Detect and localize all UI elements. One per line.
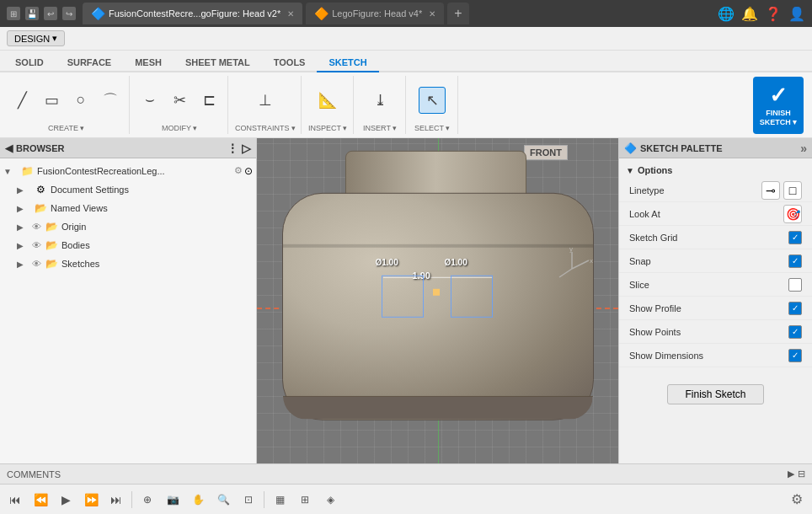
settings-gear-btn[interactable]: ⚙ <box>785 488 809 511</box>
skip-forward-btn[interactable]: ⏭ <box>104 488 128 511</box>
show-points-checkbox[interactable]: ✓ <box>788 325 802 339</box>
sketches-eye-icon[interactable]: 👁 <box>32 259 41 269</box>
tab-solid[interactable]: SOLID <box>3 54 56 72</box>
ribbon-group-create: ╱ ▭ ○ ⌒ CREATE ▾ <box>3 76 130 134</box>
slice-row: Slice ✓ <box>619 273 812 297</box>
linetype-btn-2[interactable]: □ <box>783 181 802 200</box>
circle-tool-btn[interactable]: ○ <box>67 87 94 114</box>
select-tool-btn[interactable]: ↖ <box>419 87 446 114</box>
browser-sidebar: ◀ BROWSER ⋮ ▷ ▼ 📁 FusionContestRecreatio… <box>0 138 257 463</box>
tree-item-root[interactable]: ▼ 📁 FusionContestRecreationLeg... ⚙ ⊙ <box>0 162 256 180</box>
redo-icon[interactable]: ↪ <box>62 7 76 20</box>
line-tool-btn[interactable]: ╱ <box>8 87 35 114</box>
fillet-tool-btn[interactable]: ⌣ <box>136 87 163 114</box>
sketches-folder-icon: 📂 <box>43 257 60 270</box>
ribbon-group-inspect: 📐 INSPECT ▾ <box>303 76 354 134</box>
tab-inactive-document[interactable]: 🔶 LegoFigure: Head v4* ✕ <box>306 3 444 24</box>
browser-options-icon[interactable]: ⋮ <box>227 142 238 155</box>
options-section: ▼ Options Linetype ⊸ □ Look At <box>619 158 812 371</box>
bell-icon[interactable]: 🔔 <box>741 6 758 22</box>
root-settings-icon[interactable]: ⚙ <box>234 165 243 177</box>
display-settings-btn[interactable]: ▦ <box>268 488 291 511</box>
play-btn[interactable]: ▶ <box>54 488 77 511</box>
fit-btn[interactable]: ⊡ <box>237 488 260 511</box>
origin-folder-icon: 📂 <box>43 220 60 233</box>
camera-btn[interactable]: 📷 <box>161 488 184 511</box>
root-label: FusionContestRecreationLeg... <box>37 166 165 176</box>
finish-sketch-button[interactable]: Finish Sketch <box>667 384 763 404</box>
bodies-label: Bodies <box>61 240 90 250</box>
tab-close-inactive[interactable]: ✕ <box>429 9 435 19</box>
bottom-toolbar: ⏮ ⏪ ▶ ⏩ ⏭ ⊕ 📷 ✋ 🔍 ⊡ ▦ ⊞ ◈ ⚙ <box>0 484 812 514</box>
3d-viewport[interactable]: FRONT <box>257 138 618 463</box>
offset-tool-btn[interactable]: ⊏ <box>195 87 222 114</box>
help-icon[interactable]: ❓ <box>765 6 782 22</box>
tab-active-document[interactable]: 🔷 FusionContestRecre...goFigure: Head v2… <box>83 3 302 24</box>
finish-sketch-ribbon-btn[interactable]: ✓ FINISHSKETCH ▾ <box>753 77 804 134</box>
pan-btn[interactable]: ✋ <box>186 488 210 511</box>
tab-close-active[interactable]: ✕ <box>287 9 294 19</box>
step-forward-btn[interactable]: ⏩ <box>79 488 103 511</box>
origin-arrow: ▶ <box>17 222 30 232</box>
tab-tools[interactable]: TOOLS <box>262 54 318 72</box>
look-at-btn[interactable]: 🎯 <box>783 205 802 223</box>
tab-surface[interactable]: SURFACE <box>56 54 124 72</box>
tab-new[interactable]: + <box>447 3 468 24</box>
measure-tool-btn[interactable]: 📐 <box>314 87 341 114</box>
user-icon[interactable]: 👤 <box>788 6 805 22</box>
snap-checkbox[interactable]: ✓ <box>788 254 802 268</box>
save-icon[interactable]: 💾 <box>25 7 39 20</box>
panel-expand-icon[interactable]: » <box>800 142 807 155</box>
undo-icon[interactable]: ↩ <box>44 7 57 20</box>
snap-btn[interactable]: ⊕ <box>136 488 159 511</box>
root-options-icon[interactable]: ⊙ <box>244 165 253 177</box>
step-back-btn[interactable]: ⏪ <box>29 488 52 511</box>
design-bar: DESIGN ▾ <box>0 27 812 51</box>
tree-item-origin[interactable]: ▶ 👁 📂 Origin <box>0 217 256 236</box>
create-group-label: CREATE ▾ <box>48 124 84 132</box>
tab-sheet-metal[interactable]: SHEET METAL <box>174 54 262 72</box>
grid-icon[interactable]: ⊞ <box>7 7 20 20</box>
browser-title: BROWSER <box>16 143 64 153</box>
tree-item-bodies[interactable]: ▶ 👁 📂 Bodies <box>0 236 256 254</box>
rect-tool-btn[interactable]: ▭ <box>38 87 65 114</box>
comments-expand-icon[interactable]: ▶ <box>788 468 794 479</box>
ribbon-group-constraints: ⊥ CONSTRAINTS ▾ <box>230 76 302 134</box>
ribbon-group-select: ↖ SELECT ▾ <box>408 76 458 134</box>
options-section-header[interactable]: ▼ Options <box>619 162 812 179</box>
visual-style-btn[interactable]: ◈ <box>318 488 342 511</box>
skip-back-btn[interactable]: ⏮ <box>3 488 27 511</box>
look-at-label: Look At <box>629 209 783 219</box>
browser-tree: ▼ 📁 FusionContestRecreationLeg... ⚙ ⊙ ▶ … <box>0 158 256 463</box>
bodies-eye-icon[interactable]: 👁 <box>32 240 41 250</box>
root-arrow: ▼ <box>3 167 17 176</box>
sketch-grid-label: Sketch Grid <box>629 233 788 243</box>
arc-tool-btn[interactable]: ⌒ <box>97 87 124 114</box>
dim-circle-left: Ø1.00 <box>376 258 398 267</box>
tab-sketch[interactable]: SKETCH <box>317 54 378 72</box>
doc-settings-label: Document Settings <box>51 185 129 195</box>
tree-item-named-views[interactable]: ▶ 📂 Named Views <box>0 199 256 217</box>
grid-btn[interactable]: ⊞ <box>293 488 317 511</box>
tab-mesh[interactable]: MESH <box>123 54 174 72</box>
svg-line-2 <box>559 269 572 277</box>
tree-item-sketches[interactable]: ▶ 👁 📂 Sketches <box>0 254 256 273</box>
tree-item-doc-settings[interactable]: ▶ ⚙ Document Settings <box>0 180 256 199</box>
constraint-tool-btn[interactable]: ⊥ <box>252 87 279 114</box>
globe-icon[interactable]: 🌐 <box>718 6 735 22</box>
zoom-btn[interactable]: 🔍 <box>211 488 235 511</box>
show-dimensions-checkbox[interactable]: ✓ <box>788 349 802 362</box>
browser-collapse-icon[interactable]: ◀ <box>5 142 13 154</box>
linetype-btn-1[interactable]: ⊸ <box>761 181 780 200</box>
linetype-row: Linetype ⊸ □ <box>619 179 812 202</box>
show-profile-checkbox[interactable]: ✓ <box>788 302 802 315</box>
origin-eye-icon[interactable]: 👁 <box>32 222 41 232</box>
slice-checkbox[interactable]: ✓ <box>788 278 802 292</box>
svg-text:x: x <box>590 257 593 265</box>
browser-expand-icon[interactable]: ▷ <box>242 142 251 155</box>
sketch-grid-checkbox[interactable]: ✓ <box>788 231 802 244</box>
comments-split-icon[interactable]: ⊟ <box>798 468 805 479</box>
design-button[interactable]: DESIGN ▾ <box>7 30 65 46</box>
trim-tool-btn[interactable]: ✂ <box>166 87 193 114</box>
insert-tool-btn[interactable]: ⤓ <box>366 87 393 114</box>
